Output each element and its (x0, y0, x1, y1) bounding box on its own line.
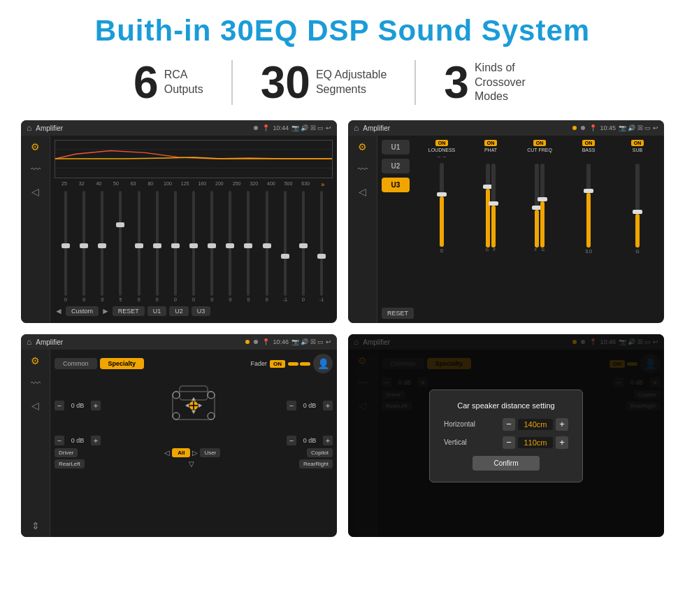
eq-slider-13[interactable]: 0 (295, 191, 312, 302)
eq-sidebar-icon-wave[interactable]: 〰 (31, 164, 41, 175)
preset-u2-btn[interactable]: U2 (382, 159, 410, 173)
eq-slider-9[interactable]: 0 (222, 191, 238, 302)
cross-sidebar-icon-eq[interactable]: ⚙ (358, 141, 367, 152)
dialog-vertical-plus[interactable]: + (556, 436, 568, 449)
fader-tab-common[interactable]: Common (55, 358, 97, 369)
sub-val: G (635, 249, 639, 254)
dialog-horizontal-plus[interactable]: + (556, 418, 568, 431)
fader-sidebar-icon-arrows[interactable]: ⇕ (31, 520, 40, 531)
phat-on-btn[interactable]: ON (484, 140, 498, 146)
fader-driver-btn[interactable]: Driver (55, 448, 78, 457)
phat-slider-f[interactable] (491, 164, 496, 248)
dialog-horizontal-minus[interactable]: − (503, 418, 515, 431)
app-title-fader: Amplifier (36, 338, 241, 346)
bass-slider[interactable] (586, 164, 591, 248)
cutfreq-g-label: G (542, 248, 545, 252)
amp-dot-crossover (572, 126, 577, 130)
home-icon-fader[interactable]: ⌂ (27, 337, 31, 347)
cross-loudness-col: ON LOUDNESS ~ ~ 0 (419, 140, 464, 253)
status-icons-fader: 📍 10:46 📷 🔊 ☒ ▭ ↩ (262, 338, 331, 345)
dialog-horizontal-value: 140cm (518, 419, 553, 430)
eq-slider-8[interactable]: 0 (203, 191, 220, 302)
db-minus-bl[interactable]: − (55, 436, 64, 445)
home-icon-crossover[interactable]: ⌂ (354, 123, 359, 133)
db-plus-tl[interactable]: + (91, 401, 101, 410)
eq-u3-btn[interactable]: U3 (192, 306, 211, 316)
fader-down-arrow[interactable]: ▽ (189, 460, 194, 468)
loudness-slider[interactable] (440, 163, 444, 247)
db-plus-tr[interactable]: + (323, 401, 333, 410)
dialog-vertical-minus[interactable]: − (503, 436, 515, 449)
eq-prev-arrow[interactable]: ◄ (55, 306, 63, 316)
eq-next-arrow[interactable]: ► (101, 306, 110, 316)
svg-point-7 (173, 413, 180, 420)
cross-sidebar-icon-speaker[interactable]: ◁ (359, 186, 366, 197)
fader-rearleft-btn[interactable]: RearLeft (55, 459, 85, 468)
bass-on-btn[interactable]: ON (582, 140, 596, 146)
stat-label-crossover: Kinds ofCrossover Modes (475, 61, 551, 104)
cutfreq-slider-g[interactable] (540, 164, 545, 248)
eq-u1-btn[interactable]: U1 (147, 306, 167, 316)
cutfreq-slider-f1[interactable] (535, 164, 539, 248)
preset-u1-btn[interactable]: U1 (382, 140, 410, 155)
db-plus-br[interactable]: + (323, 436, 333, 445)
preset-u3-btn[interactable]: U3 (382, 178, 410, 192)
fader-down-arrow-area: ▽ (189, 459, 194, 468)
eq-slider-3[interactable]: 5 (112, 191, 129, 302)
phat-sliders (486, 161, 496, 248)
fader-left-arrow[interactable]: ◁ (164, 449, 170, 457)
eq-slider-1[interactable]: 0 (75, 191, 92, 302)
eq-slider-12[interactable]: -1 (277, 191, 294, 302)
fader-bar-1[interactable] (288, 362, 298, 366)
phat-slider-g[interactable] (486, 164, 490, 248)
eq-slider-0[interactable]: 0 (57, 191, 74, 302)
eq-slider-11[interactable]: 0 (259, 191, 275, 302)
eq-slider-7[interactable]: 0 (185, 191, 202, 302)
fader-content: Common Specialty Fader ON 👤 (50, 350, 337, 537)
dialog-horizontal-label: Horizontal (444, 420, 486, 428)
eq-mode-label: Custom (66, 306, 99, 316)
bass-val: 3.0 (585, 249, 592, 254)
fader-copilot-btn[interactable]: Copilot (307, 448, 333, 457)
fader-sidebar-icon-speaker[interactable]: ◁ (31, 400, 39, 411)
sub-on-btn[interactable]: ON (631, 140, 644, 146)
eq-slider-5[interactable]: 0 (149, 191, 166, 302)
eq-slider-10[interactable]: 0 (240, 191, 257, 302)
cross-columns-row: ON LOUDNESS ~ ~ 0 (419, 140, 660, 254)
cutfreq-label: CUT FREQ (527, 148, 552, 152)
db-plus-bl[interactable]: + (91, 436, 101, 445)
cutfreq-on-btn[interactable]: ON (533, 140, 547, 146)
fader-sidebar-icon-wave[interactable]: 〰 (31, 378, 41, 389)
eq-reset-btn[interactable]: RESET (113, 306, 145, 316)
fader-rearright-btn[interactable]: RearRight (299, 459, 333, 468)
dialog-confirm-button[interactable]: Confirm (473, 456, 539, 471)
amp-dot-fader (245, 340, 250, 344)
db-minus-tl[interactable]: − (55, 401, 64, 410)
loudness-on-btn[interactable]: ON (435, 140, 449, 146)
db-minus-br[interactable]: − (287, 436, 296, 445)
dialog-vertical-control: − 110cm + (503, 436, 568, 449)
cross-sidebar-icon-wave[interactable]: 〰 (358, 164, 368, 175)
eq-sidebar-icon-eq[interactable]: ⚙ (31, 141, 40, 152)
fader-all-btn[interactable]: All (172, 448, 190, 457)
db-minus-tr[interactable]: − (287, 401, 296, 410)
cross-phat-col: ON PHAT (468, 140, 513, 252)
fader-right-arrow[interactable]: ▷ (192, 449, 198, 457)
fader-profile-icon[interactable]: 👤 (313, 354, 333, 373)
eq-slider-2[interactable]: 0 (94, 191, 110, 302)
home-icon-eq[interactable]: ⌂ (27, 123, 31, 133)
cross-reset-btn[interactable]: RESET (382, 308, 414, 319)
svg-marker-14 (185, 403, 189, 408)
eq-sidebar-icon-speaker[interactable]: ◁ (31, 186, 39, 197)
sub-slider[interactable] (635, 164, 640, 248)
svg-point-5 (173, 392, 180, 399)
eq-slider-4[interactable]: 0 (131, 191, 147, 302)
fader-user-btn[interactable]: User (200, 448, 220, 457)
eq-slider-14[interactable]: -1 (313, 191, 330, 302)
eq-u2-btn[interactable]: U2 (169, 306, 189, 316)
fader-sidebar-icon-eq[interactable]: ⚙ (31, 355, 40, 366)
fader-bar-2[interactable] (300, 362, 310, 366)
fader-tab-specialty[interactable]: Specialty (100, 358, 145, 369)
cross-bass-col: ON BASS 3.0 (566, 140, 611, 254)
eq-slider-6[interactable]: 0 (167, 191, 184, 302)
